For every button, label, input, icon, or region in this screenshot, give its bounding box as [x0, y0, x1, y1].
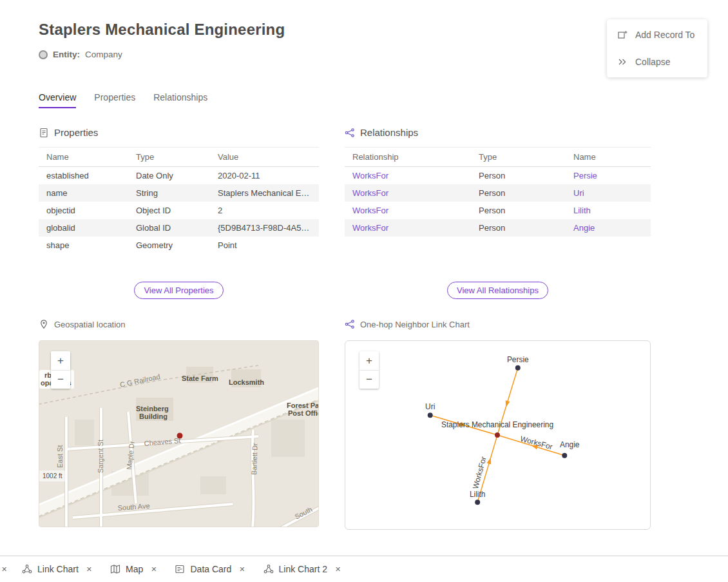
column-header: Type — [131, 148, 213, 167]
tab-relationships[interactable]: Relationships — [153, 92, 207, 108]
context-menu: Add Record To Collapse — [607, 19, 707, 77]
link-chart-panel[interactable]: WorksForWorksForStaplers Mechanical Engi… — [345, 340, 651, 530]
data-card-icon — [175, 564, 185, 574]
graph-node-angie[interactable] — [562, 453, 567, 458]
bottom-tab-label: Link Chart 2 — [279, 564, 327, 574]
column-header: Name — [568, 148, 651, 167]
graph-edge-label: WorksFor — [471, 456, 488, 490]
close-icon[interactable]: ✕ — [239, 565, 245, 574]
column-header: Relationship — [345, 148, 474, 167]
tab-bar: Overview Properties Relationships — [39, 92, 207, 108]
map-label: Locksmith — [229, 378, 264, 386]
zoom-in-button[interactable]: + — [51, 351, 70, 370]
collapse-icon — [617, 57, 627, 67]
graph-node-label: Persie — [507, 355, 529, 364]
relationships-table: Relationship Type Name WorksFor Person P… — [345, 147, 651, 237]
zoom-out-button[interactable]: − — [51, 370, 70, 389]
relationships-section-header: Relationships — [345, 127, 651, 138]
tab-overview[interactable]: Overview — [39, 92, 76, 108]
map-label: Building — [139, 412, 168, 420]
graph-node-center[interactable] — [495, 432, 500, 438]
link-chart-icon — [22, 564, 32, 574]
graph-node-label: Staplers Mechanical Engineering — [441, 420, 553, 429]
table-row[interactable]: name String Staplers Mechanical Eng… — [39, 184, 319, 202]
map-label: East St — [56, 445, 64, 468]
map-label: Sargent St — [97, 440, 104, 473]
bottom-tabs-container: Link Chart✕Map✕Data Card✕Link Chart 2✕ — [13, 556, 350, 582]
geospatial-header: Geospatial location — [39, 319, 319, 329]
geospatial-title: Geospatial location — [54, 320, 126, 329]
view-all-relationships-row: View All Relationships — [345, 282, 651, 299]
close-icon[interactable]: ✕ — [1, 565, 13, 574]
graph-node-label: Lilith — [470, 490, 486, 499]
table-row[interactable]: WorksFor Person Angie — [345, 219, 651, 237]
table-row[interactable]: globalid Global ID {5D9B4713-F98D-4A53-… — [39, 219, 319, 237]
relationship-link[interactable]: WorksFor — [345, 219, 474, 237]
map-label: Steinberg — [136, 405, 169, 412]
zoom-out-button[interactable]: − — [359, 370, 379, 389]
relationship-link[interactable]: WorksFor — [345, 202, 474, 219]
graph-node-persie[interactable] — [515, 365, 521, 371]
close-icon[interactable]: ✕ — [151, 565, 157, 574]
view-all-relationships-button[interactable]: View All Relationships — [447, 282, 548, 299]
bottom-tab-data-card[interactable]: Data Card✕ — [166, 556, 254, 582]
bottom-tab-link-chart[interactable]: Link Chart✕ — [13, 556, 101, 582]
bottom-tab-label: Data Card — [190, 564, 231, 574]
map-icon — [110, 564, 120, 574]
table-row[interactable]: shape Geometry Point — [39, 237, 319, 254]
chart-zoom-control: + − — [359, 351, 379, 389]
map-label: 1002 ft — [43, 472, 62, 480]
tab-properties[interactable]: Properties — [94, 92, 135, 108]
relationships-icon — [345, 128, 355, 138]
graph-node-uri[interactable] — [428, 412, 433, 418]
bottom-tab-link-chart-2[interactable]: Link Chart 2✕ — [254, 556, 350, 582]
document-icon — [39, 128, 49, 138]
entity-value: Company — [85, 50, 122, 59]
bottom-tab-label: Map — [126, 564, 143, 574]
entity-link[interactable]: Lilith — [568, 202, 651, 219]
table-row[interactable]: objectid Object ID 2 — [39, 202, 319, 219]
graph-node-lilith[interactable] — [475, 500, 480, 505]
table-row[interactable]: WorksFor Person Persie — [345, 167, 651, 185]
entity-link[interactable]: Persie — [568, 167, 651, 185]
entity-link[interactable]: Uri — [568, 184, 651, 202]
add-record-icon — [617, 30, 627, 40]
close-icon[interactable]: ✕ — [86, 565, 92, 574]
graph-node-label: Uri — [425, 402, 435, 411]
relationship-link[interactable]: WorksFor — [345, 184, 474, 202]
properties-section: Properties Name Type Value established D… — [39, 127, 319, 314]
link-chart-canvas[interactable]: WorksForWorksForStaplers Mechanical Engi… — [345, 341, 650, 529]
bottom-tab-label: Link Chart — [37, 564, 79, 574]
menu-item-collapse[interactable]: Collapse — [607, 48, 707, 75]
table-row[interactable]: established Date Only 2020-02-11 — [39, 167, 319, 185]
graph-node-label: Angie — [560, 440, 580, 449]
entity-type-icon — [39, 50, 48, 59]
properties-section-header: Properties — [39, 127, 319, 138]
link-chart-icon — [263, 564, 274, 574]
table-row[interactable]: WorksFor Person Lilith — [345, 202, 651, 219]
relationships-section: Relationships Relationship Type Name Wor… — [345, 127, 651, 314]
properties-section-title: Properties — [54, 127, 98, 138]
page-title: Staplers Mechanical Engineering — [39, 21, 285, 39]
map-label: State Farm — [182, 374, 218, 382]
map-label: Forest Par — [287, 402, 319, 409]
relationships-section-title: Relationships — [360, 127, 418, 138]
bottom-tab-map[interactable]: Map✕ — [101, 556, 166, 582]
map-panel[interactable]: rbouropaedicsC G RailroadState FarmLocks… — [39, 340, 319, 527]
link-chart-section: One-hop Neighbor Link Chart WorksForWork… — [345, 319, 651, 530]
map-label: Post Offic — [288, 409, 319, 417]
relationship-link[interactable]: WorksFor — [345, 167, 474, 185]
zoom-in-button[interactable]: + — [359, 351, 379, 370]
record-overview-page: Staplers Mechanical Engineering Entity: … — [0, 0, 728, 582]
map-pin-icon — [39, 319, 49, 329]
link-chart-header: One-hop Neighbor Link Chart — [345, 319, 651, 329]
menu-item-add-record-to[interactable]: Add Record To — [607, 21, 707, 48]
close-icon[interactable]: ✕ — [335, 565, 341, 574]
geospatial-section: Geospatial location — [39, 319, 319, 527]
entity-link[interactable]: Angie — [568, 219, 651, 237]
map-canvas[interactable]: rbouropaedicsC G RailroadState FarmLocks… — [39, 341, 319, 527]
table-row[interactable]: WorksFor Person Uri — [345, 184, 651, 202]
map-zoom-control: + − — [51, 351, 70, 389]
bottom-tab-bar: ✕ Link Chart✕Map✕Data Card✕Link Chart 2✕ — [0, 556, 728, 582]
view-all-properties-button[interactable]: View All Properties — [134, 282, 223, 299]
